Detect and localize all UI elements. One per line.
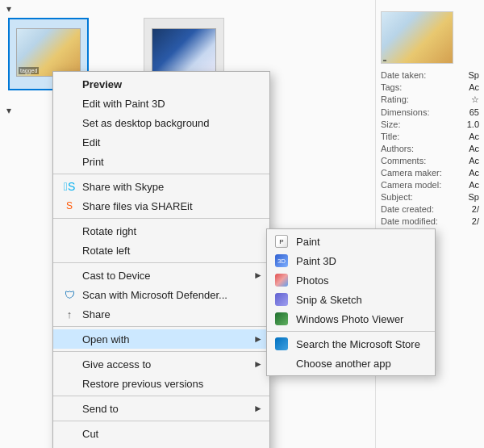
submenu-item-photos[interactable]: Photos xyxy=(267,270,435,290)
menu-item-paint3d-edit[interactable]: Edit with Paint 3D xyxy=(53,94,269,113)
submenu-label: Windows Photo Viewer xyxy=(296,313,403,325)
menu-item-edit[interactable]: Edit xyxy=(53,132,269,152)
panel-val: 65 xyxy=(469,107,479,117)
menu-item-skype-share[interactable]: SShare with Skype xyxy=(53,177,269,196)
submenu-item-paint3d[interactable]: 3DPaint 3D xyxy=(267,251,435,270)
panel-val: Ac xyxy=(469,132,479,141)
submenu-item-snip[interactable]: Snip & Sketch xyxy=(267,290,435,309)
panel-key: Date created: xyxy=(381,204,434,214)
submenu-label: Snip & Sketch xyxy=(296,294,362,306)
menu-label: Open with xyxy=(82,333,130,345)
store-icon xyxy=(273,336,290,352)
panel-val: Ac xyxy=(469,168,479,178)
menu-item-shareit[interactable]: SShare files via SHAREit xyxy=(53,196,269,216)
menu-separator xyxy=(53,218,269,219)
paint-icon: P xyxy=(273,233,290,249)
menu-separator xyxy=(53,396,269,396)
submenu-separator xyxy=(267,331,435,332)
menu-label: Rotate right xyxy=(82,225,136,237)
earlier-header: ▾ xyxy=(6,105,11,116)
panel-key: Rating: xyxy=(381,94,429,105)
menu-label: Set as desktop background xyxy=(82,117,210,129)
panel-key: Tags: xyxy=(381,82,429,92)
wpv-icon xyxy=(273,311,290,327)
menu-label: Share with Skype xyxy=(82,181,164,193)
shareit-icon: S xyxy=(66,200,73,211)
menu-item-share[interactable]: ↑Share xyxy=(53,304,269,324)
menu-item-rotate-right[interactable]: Rotate right xyxy=(53,221,269,241)
menu-item-preview[interactable]: Preview xyxy=(53,74,269,94)
menu-label: Give access to xyxy=(82,358,151,371)
panel-val: Sp xyxy=(469,70,479,80)
menu-label: Share files via SHAREit xyxy=(82,200,193,212)
panel-detail-row: Subject:Sp xyxy=(381,192,479,202)
submenu-label: Search the Microsoft Store xyxy=(296,338,420,350)
panel-val: ☆ xyxy=(471,94,479,105)
today-header: ▾ xyxy=(6,3,15,15)
menu-label: Send to xyxy=(82,403,119,415)
menu-item-cut[interactable]: Cut xyxy=(53,424,269,443)
submenu-arrow: ► xyxy=(253,358,263,370)
menu-separator xyxy=(53,262,269,263)
panel-val: Ac xyxy=(469,156,479,165)
shareit-icon-area: S xyxy=(61,198,77,214)
panel-detail-row: Title:Ac xyxy=(381,132,479,141)
menu-item-copy[interactable]: Copy xyxy=(53,443,269,448)
menu-label: Share xyxy=(82,308,111,320)
menu-item-restore[interactable]: Restore previous versions xyxy=(53,374,269,393)
panel-val: 1.0 xyxy=(467,119,479,129)
panel-details: Date taken:SpTags:AcRating:☆Dimensions:6… xyxy=(381,70,479,226)
menu-item-rotate-left[interactable]: Rotate left xyxy=(53,241,269,260)
panel-detail-row: Dimensions:65 xyxy=(381,107,479,117)
thumb-image-2 xyxy=(152,28,216,77)
menu-item-cast[interactable]: Cast to Device► xyxy=(53,266,269,285)
menu-item-send-to[interactable]: Send to► xyxy=(53,399,269,418)
menu-label: Rotate left xyxy=(82,245,130,257)
menu-separator xyxy=(53,326,269,327)
panel-detail-row: Tags:Ac xyxy=(381,82,479,92)
photos-icon xyxy=(273,272,290,288)
submenu-item-paint[interactable]: PPaint xyxy=(267,232,435,251)
submenu-open-with: PPaint3DPaint 3DPhotosSnip & SketchWindo… xyxy=(266,228,436,376)
menu-label: Cut xyxy=(82,428,98,440)
panel-val: Ac xyxy=(469,82,479,92)
skype-icon-area: S xyxy=(61,178,77,195)
panel-key: Size: xyxy=(381,119,429,129)
panel-detail-row: Size:1.0 xyxy=(381,119,479,129)
thumb-image-1: tagged xyxy=(16,28,81,77)
menu-label: Restore previous versions xyxy=(82,378,203,390)
share-icon: ↑ xyxy=(67,308,73,320)
menu-label: Print xyxy=(82,156,104,168)
menu-item-open-with[interactable]: Open with► xyxy=(53,329,269,349)
panel-key: Camera model: xyxy=(381,180,441,190)
submenu-arrow: ► xyxy=(253,333,263,345)
panel-val: Sp xyxy=(469,192,479,202)
menu-label: Cast to Device xyxy=(82,270,151,282)
panel-detail-row: Rating:☆ xyxy=(381,94,479,105)
menu-item-give-access[interactable]: Give access to► xyxy=(53,354,269,374)
menu-item-print[interactable]: Print xyxy=(53,152,269,171)
menu-separator xyxy=(53,174,269,174)
panel-preview-label xyxy=(383,60,386,61)
menu-item-defender[interactable]: 🛡Scan with Microsoft Defender... xyxy=(53,285,269,304)
panel-detail-row: Authors:Ac xyxy=(381,144,479,153)
store-icon xyxy=(275,337,288,350)
submenu-item-choose[interactable]: Choose another app xyxy=(267,354,435,373)
menu-item-desktop-bg[interactable]: Set as desktop background xyxy=(53,113,269,132)
panel-key: Authors: xyxy=(381,144,429,153)
submenu-arrow: ► xyxy=(253,403,263,414)
submenu-item-store[interactable]: Search the Microsoft Store xyxy=(267,334,435,354)
panel-detail-row: Camera maker:Ac xyxy=(381,168,479,178)
panel-key: Camera maker: xyxy=(381,168,442,178)
panel-key: Date modified: xyxy=(381,216,438,226)
panel-val: 2/ xyxy=(472,216,479,226)
panel-key: Date taken: xyxy=(381,70,429,80)
submenu-label: Paint 3D xyxy=(296,255,336,267)
context-menu: PreviewEdit with Paint 3DSet as desktop … xyxy=(52,71,270,448)
menu-separator xyxy=(53,421,269,421)
submenu-label: Photos xyxy=(296,274,328,287)
submenu-item-wpv[interactable]: Windows Photo Viewer xyxy=(267,309,435,329)
panel-key: Dimensions: xyxy=(381,107,430,117)
skype-icon: S xyxy=(64,180,75,193)
panel-val: 2/ xyxy=(472,204,479,214)
